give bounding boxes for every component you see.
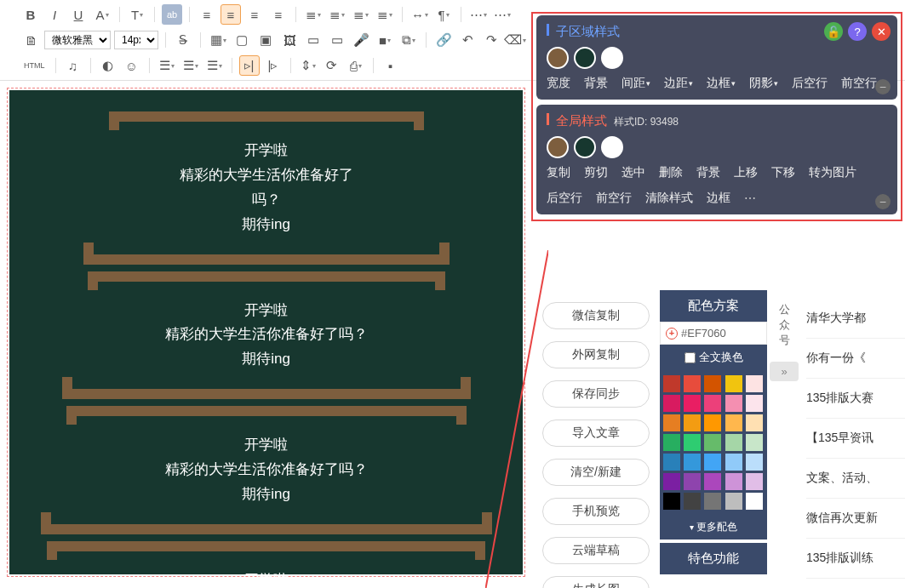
global-opt[interactable]: 删除	[659, 165, 683, 180]
current-color[interactable]: + #EF7060	[660, 322, 767, 345]
video-button[interactable]: ■	[375, 30, 395, 50]
minimize-icon[interactable]: –	[875, 79, 891, 94]
full-replace-checkbox[interactable]	[684, 352, 696, 363]
tb3-b8[interactable]: |▹	[263, 55, 284, 76]
tb3-b9[interactable]: ⇕	[298, 55, 318, 76]
news-item[interactable]: 【135早资讯	[806, 419, 905, 459]
swatch[interactable]	[725, 414, 742, 431]
html-button[interactable]: HTML	[20, 55, 49, 76]
global-opt[interactable]: 下移	[771, 165, 795, 180]
swatch[interactable]	[684, 434, 701, 451]
global-opt[interactable]: 边框	[707, 191, 730, 206]
text-style-button[interactable]: T	[127, 4, 147, 25]
global-opt[interactable]: 剪切	[584, 165, 608, 180]
color-darkgreen[interactable]	[574, 47, 596, 69]
list-button[interactable]: ≣	[351, 4, 371, 25]
swatch[interactable]	[663, 454, 680, 471]
block-text[interactable]: 开学啦精彩的大学生活你准备好了吗？期待ing	[21, 560, 511, 588]
unlock-icon[interactable]: 🔓	[824, 22, 843, 41]
sub-opt[interactable]: 前空行	[841, 76, 877, 91]
right-button[interactable]: 云端草稿	[542, 537, 650, 564]
sub-opt[interactable]: 间距▾	[621, 76, 650, 91]
undo-button[interactable]: ↶	[457, 30, 478, 50]
indent-button[interactable]: ≣	[303, 4, 324, 25]
tb3-b12[interactable]: ▪	[381, 55, 401, 76]
block-text[interactable]: 开学啦精彩的大学生活你准备好了吗？期待ing	[21, 290, 511, 378]
feature-header[interactable]: 特色功能	[660, 543, 767, 574]
media2-button[interactable]: ▭	[327, 30, 347, 50]
misc2-button[interactable]: ⋯	[492, 4, 513, 25]
news-item[interactable]: 微信再次更新	[806, 499, 905, 539]
letter-spacing-button[interactable]: ↔	[410, 4, 430, 25]
swatch[interactable]	[746, 473, 763, 490]
editor-canvas[interactable]: 开学啦精彩的大学生活你准备好了吗？期待ing开学啦精彩的大学生活你准备好了吗？期…	[9, 90, 523, 574]
right-button[interactable]: 生成长图	[542, 576, 650, 588]
redo-button[interactable]: ↷	[481, 30, 501, 50]
align-justify-button[interactable]: ≡	[268, 4, 289, 25]
g-color-white[interactable]	[601, 136, 623, 158]
news-item[interactable]: 你有一份《	[806, 339, 905, 379]
color-brown[interactable]	[547, 47, 569, 69]
side-gzh[interactable]: 公众号	[770, 299, 799, 351]
right-button[interactable]: 保存同步	[542, 380, 650, 408]
swatch[interactable]	[725, 493, 742, 510]
sub-opt[interactable]: 阴影▾	[749, 76, 778, 91]
more-icon[interactable]: ⋯	[744, 191, 758, 206]
swatch[interactable]	[725, 454, 742, 471]
swatch[interactable]	[725, 395, 742, 412]
sub-opt[interactable]: 后空行	[792, 76, 828, 91]
global-opt[interactable]: 前空行	[596, 191, 632, 206]
news-item[interactable]: 135排版大赛	[806, 379, 905, 419]
editor-block[interactable]: 开学啦精彩的大学生活你准备好了吗？期待ing	[21, 271, 511, 400]
tb3-b4[interactable]: ☰	[157, 55, 177, 76]
side-expand[interactable]: »	[770, 362, 799, 381]
g-minimize-icon[interactable]: –	[875, 194, 891, 209]
color-white[interactable]	[601, 47, 623, 69]
swatch[interactable]	[704, 493, 721, 510]
swatch[interactable]	[725, 375, 742, 392]
image-button[interactable]: ▢	[232, 30, 252, 50]
editor-block[interactable]: 开学啦精彩的大学生活你准备好了吗？期待ing	[21, 541, 511, 588]
swatch[interactable]	[684, 473, 701, 490]
g-color-brown[interactable]	[547, 136, 569, 158]
block-text[interactable]: 开学啦精彩的大学生活你准备好了吗？期待ing	[21, 425, 511, 512]
global-opt[interactable]: 上移	[734, 165, 758, 180]
align-right-button[interactable]: ≡	[244, 4, 265, 25]
global-opt[interactable]: 后空行	[547, 191, 582, 206]
swatch[interactable]	[704, 473, 721, 490]
tb3-b5[interactable]: ☰	[180, 55, 201, 76]
clear-button[interactable]: ⌫	[505, 30, 525, 50]
right-button[interactable]: 导入文章	[542, 420, 650, 447]
swatch[interactable]	[704, 434, 721, 451]
file-button[interactable]: 🗎	[20, 30, 41, 50]
outdent-button[interactable]: ≣	[327, 4, 347, 25]
editor-block[interactable]: 开学啦精彩的大学生活你准备好了吗？期待ing	[21, 406, 511, 534]
tb3-b2[interactable]: ◐	[98, 55, 118, 76]
global-opt[interactable]: 转为图片	[809, 165, 856, 180]
right-button[interactable]: 外网复制	[542, 341, 650, 368]
block-text[interactable]: 开学啦精彩的大学生活你准备好了吗？期待ing	[21, 130, 511, 243]
strike-button[interactable]: S̶	[173, 30, 193, 50]
mic-button[interactable]: 🎤	[351, 30, 371, 50]
align-center-button[interactable]: ≡	[221, 4, 241, 25]
tb3-b11[interactable]: ⎙	[346, 55, 366, 76]
news-item[interactable]: 文案、活动、	[806, 459, 905, 499]
g-color-darkgreen[interactable]	[574, 136, 596, 158]
swatch[interactable]	[746, 414, 763, 431]
para-button[interactable]: ¶	[433, 4, 454, 25]
link-button[interactable]: 🔗	[433, 30, 454, 50]
global-opt[interactable]: 清除样式	[645, 191, 693, 206]
bold-button[interactable]: B	[20, 4, 41, 25]
swatch[interactable]	[663, 395, 680, 412]
close-icon[interactable]: ✕	[872, 22, 891, 41]
media1-button[interactable]: ▭	[303, 30, 324, 50]
right-button[interactable]: 手机预览	[542, 498, 650, 525]
swatch[interactable]	[684, 395, 701, 412]
swatch[interactable]	[684, 414, 701, 431]
global-opt[interactable]: 选中	[621, 165, 645, 180]
swatch[interactable]	[725, 434, 742, 451]
more-colors[interactable]: ▾ 更多配色	[660, 515, 767, 539]
swatch[interactable]	[663, 473, 680, 490]
editor-block[interactable]: 开学啦精彩的大学生活你准备好了吗？期待ing	[21, 111, 511, 265]
lineheight-button[interactable]: ≣	[375, 4, 395, 25]
